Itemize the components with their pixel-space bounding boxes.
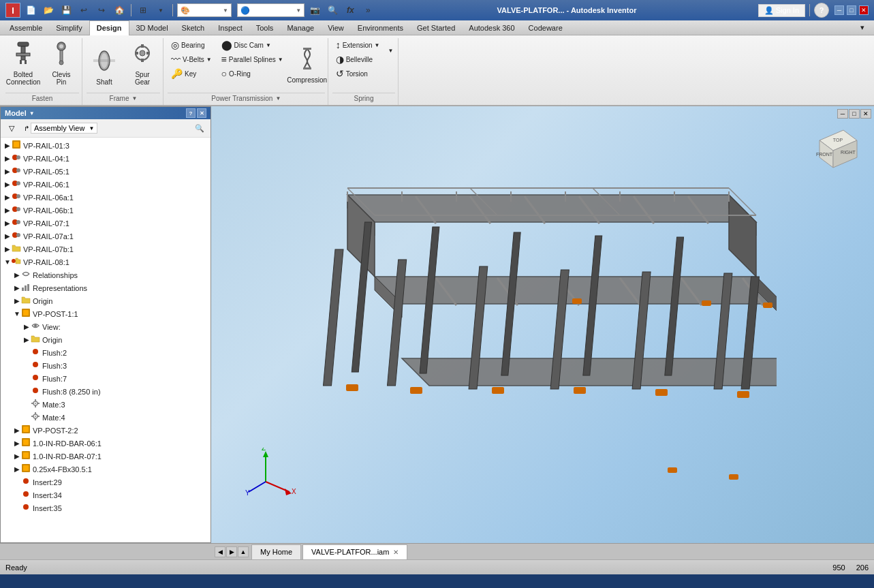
tree-item-vp-post-1-1[interactable]: ▼VP-POST-1:1 [1,307,210,320]
menu-inspect[interactable]: Inspect [211,20,249,35]
tree-item-flush-7[interactable]: ▶Flush:7 [1,372,210,385]
tree-item-vp-rail-06b-1[interactable]: ▶VP-RAIL-06b:1 [1,204,210,217]
bolted-connection-button[interactable]: BoltedConnection [5,38,41,89]
tree-expand-bar-06-1[interactable]: ▶ [13,439,21,448]
new-btn[interactable]: 📄 [23,3,38,18]
cam-btn[interactable]: 📷 [307,3,322,18]
appearance-dropdown[interactable]: 🔵 Appearance ▼ [237,3,305,17]
viewport[interactable]: ─ □ ✕ TOP FRONT RIGHT [211,106,874,543]
tree-item-insert-34[interactable]: ▶Insert:34 [1,489,210,501]
tree-item-vp-rail-01-3[interactable]: ▶VP-RAIL-01:3 [1,139,210,152]
help-button[interactable]: ? [814,3,829,18]
menu-simplify[interactable]: Simplify [49,20,89,35]
tab-close-btn[interactable]: ✕ [393,548,399,556]
tree-item-vp-rail-06-1[interactable]: ▶VP-RAIL-06:1 [1,178,210,191]
model-panel-close-btn[interactable]: ✕ [197,108,206,118]
menu-codeware[interactable]: Codeware [522,20,569,35]
menu-assemble[interactable]: Assemble [3,20,49,35]
tab-my-home[interactable]: My Home [251,544,301,559]
more-qa-btn[interactable]: » [360,3,375,18]
torsion-button[interactable]: ↺ Torsion [332,67,384,80]
tree-item-bar-07-1[interactable]: ▶1.0-IN-RD-BAR-07:1 [1,450,210,463]
tree-item-vp-rail-07-1[interactable]: ▶VP-RAIL-07:1 [1,217,210,230]
tab-next-btn[interactable]: ▶ [226,546,237,557]
menu-tools[interactable]: Tools [249,20,281,35]
spring-label[interactable]: Spring [332,93,396,105]
tree-expand-vp-rail-07-1[interactable]: ▶ [3,219,12,228]
undo-btn[interactable]: ↩ [76,3,91,18]
maximize-button[interactable]: □ [847,5,856,15]
views-btn[interactable]: ⊞ [136,3,151,18]
tree-item-vp-rail-07a-1[interactable]: ▶VP-RAIL-07a:1 [1,230,210,243]
menu-autodesk360[interactable]: Autodesk 360 [462,20,521,35]
power-arrow[interactable]: ▼ [275,95,281,102]
tree-expand-vp-post-1-1[interactable]: ▼ [13,310,21,318]
menu-design[interactable]: Design [89,20,129,35]
spur-gear-button[interactable]: SpurGear [125,38,160,89]
model-dd-arrow[interactable]: ▼ [29,110,35,117]
tree-expand-origin[interactable]: ▶ [13,297,21,305]
sign-in-button[interactable]: 👤 Sign In [758,4,805,17]
open-btn[interactable]: 📂 [41,3,56,18]
tree-expand-vp-rail-06-1[interactable]: ▶ [3,181,12,189]
material-dropdown[interactable]: 🎨 Material ▼ [177,3,232,17]
filter-btn[interactable]: ▽ [5,121,18,135]
menu-manage[interactable]: Manage [280,20,321,35]
power-transmission-label[interactable]: Power Transmission ▼ [168,93,325,105]
menu-get-started[interactable]: Get Started [410,20,462,35]
save-btn[interactable]: 💾 [59,3,74,18]
tab-valve-platfor[interactable]: VALVE-PLATFOR...iam ✕ [302,544,407,559]
v-belts-button[interactable]: 〰 V-Belts ▼ [168,52,215,66]
redo-btn[interactable]: ↪ [94,3,109,18]
spring-dropdown-button[interactable]: ▼ [386,44,395,57]
compression-button[interactable]: Compression [290,44,325,87]
tree-item-mate-3[interactable]: ▶Mate:3 [1,398,210,411]
disc-cam-button[interactable]: ⬤ Disc Cam ▼ [218,38,287,52]
tree-item-origin[interactable]: ▶Origin [1,294,210,307]
bearing-button[interactable]: ◎ Bearing [168,38,215,52]
views-dd-btn[interactable]: ▼ [153,3,168,18]
tree-item-vp-rail-06a-1[interactable]: ▶VP-RAIL-06a:1 [1,191,210,204]
vp-minimize-btn[interactable]: ─ [837,109,848,119]
tree-expand-representations[interactable]: ▶ [13,284,21,292]
tree-expand-origin2[interactable]: ▶ [22,336,31,344]
close-button[interactable]: ✕ [859,5,869,15]
parallel-splines-button[interactable]: ≡ Parallel Splines ▼ [218,52,287,66]
belleville-button[interactable]: ◑ Belleville [332,52,384,66]
tree-item-vp-post-2-2[interactable]: ▶VP-POST-2:2 [1,424,210,437]
tree-item-flush-8[interactable]: ▶Flush:8 (8.250 in) [1,385,210,398]
tree-expand-vp-rail-01-3[interactable]: ▶ [3,142,12,150]
model-panel-help-btn[interactable]: ? [186,108,196,118]
home-btn[interactable]: 🏠 [112,3,127,18]
nav-cube[interactable]: TOP FRONT RIGHT [806,120,860,174]
fx-btn[interactable]: fx [343,3,358,18]
tree-item-origin2[interactable]: ▶Origin [1,333,210,346]
tree-expand-vp-rail-08-1[interactable]: ▼ [3,258,12,266]
menu-sketch[interactable]: Sketch [175,20,212,35]
tree-expand-vp-rail-05-1[interactable]: ▶ [3,168,12,176]
tree-item-vp-rail-05-1[interactable]: ▶VP-RAIL-05:1 [1,165,210,178]
tree-item-relationships[interactable]: ▶Relationships [1,268,210,281]
inspect-btn[interactable]: 🔍 [325,3,340,18]
extension-button[interactable]: ↕ Extension ▼ [332,38,384,52]
menu-3dmodel[interactable]: 3D Model [129,20,175,35]
shaft-button[interactable]: Shaft [87,46,122,89]
key-button[interactable]: 🔑 Key [168,67,215,80]
tree-expand-vp-rail-07a-1[interactable]: ▶ [3,232,12,241]
tree-expand-vp-rail-06a-1[interactable]: ▶ [3,194,12,202]
search-btn[interactable]: 🔍 [193,121,206,135]
fasten-label[interactable]: Fasten [5,93,79,105]
clevis-pin-button[interactable]: ClevisPin [44,38,79,89]
menu-environments[interactable]: Environments [351,20,410,35]
tree-expand-bar-07-1[interactable]: ▶ [13,452,21,461]
tree-expand-vp-rail-07b-1[interactable]: ▶ [3,245,12,253]
tree-item-vp-rail-07b-1[interactable]: ▶VP-RAIL-07b:1 [1,243,210,256]
app-icon-btn[interactable]: I [5,3,20,18]
tree-expand-vp-rail-06b-1[interactable]: ▶ [3,206,12,215]
tree-item-view[interactable]: ▶View: [1,320,210,333]
tree-item-flush-2[interactable]: ▶Flush:2 [1,346,210,359]
assembly-view-dropdown[interactable]: Assembly View ▼ [31,123,97,134]
tree-item-vp-rail-04-1[interactable]: ▶VP-RAIL-04:1 [1,152,210,165]
tree-container[interactable]: ▶VP-RAIL-01:3▶VP-RAIL-04:1▶VP-RAIL-05:1▶… [1,138,210,542]
vp-close-btn[interactable]: ✕ [860,109,871,119]
